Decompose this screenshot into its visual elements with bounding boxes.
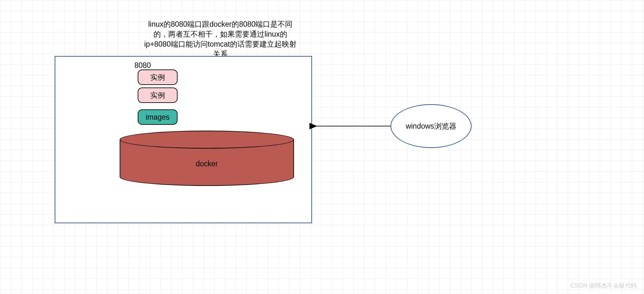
- instance-node-1: 实例: [138, 69, 178, 85]
- diagram-canvas: linux的8080端口跟docker的8080端口是不同的，两者互不相干，如果…: [0, 0, 644, 294]
- docker-cylinder: docker: [120, 131, 294, 186]
- images-node-label: images: [146, 113, 170, 122]
- watermark-text: CSDN @阿杰不会敲代码: [570, 282, 637, 289]
- explanation-text: linux的8080端口跟docker的8080端口是不同的，两者互不相干，如果…: [142, 19, 299, 59]
- instance-node-2: 实例: [138, 87, 178, 103]
- windows-browser-label: windows浏览器: [406, 121, 456, 131]
- arrow-browser-to-host: [312, 123, 391, 130]
- docker-cylinder-label: docker: [120, 160, 294, 168]
- port-8080-label: 8080: [134, 61, 151, 70]
- windows-browser-node: windows浏览器: [391, 104, 472, 148]
- instance-node-1-label: 实例: [150, 72, 165, 82]
- cylinder-top: [120, 131, 294, 149]
- instance-node-2-label: 实例: [150, 90, 165, 100]
- images-node: images: [138, 109, 178, 125]
